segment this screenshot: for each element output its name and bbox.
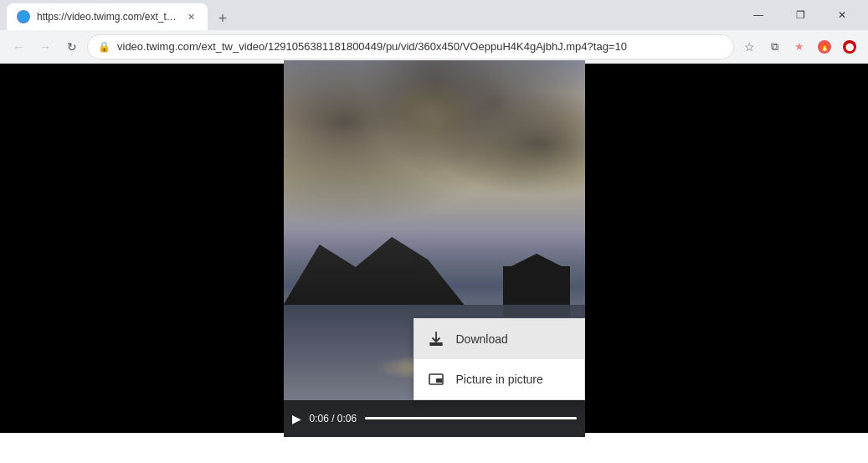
close-button[interactable]: ✕ bbox=[823, 0, 861, 30]
download-label: Download bbox=[456, 332, 508, 346]
lock-icon: 🔒 bbox=[98, 41, 110, 53]
page-content: ▶ 0:06 / 0:06 Download bbox=[0, 64, 868, 433]
active-tab[interactable]: 🌐 https://video.twimg.com/ext_tw... ✕ bbox=[7, 3, 208, 30]
new-tab-button[interactable]: + bbox=[211, 7, 234, 30]
tab-title: https://video.twimg.com/ext_tw... bbox=[37, 11, 177, 23]
context-menu-pip[interactable]: Picture in picture bbox=[414, 359, 584, 399]
tab-favicon: 🌐 bbox=[17, 10, 30, 23]
time-display: 0:06 / 0:06 bbox=[310, 413, 357, 424]
address-bar[interactable]: 🔒 video.twimg.com/ext_tw_video/129105638… bbox=[87, 34, 734, 59]
context-menu-download[interactable]: Download bbox=[414, 319, 584, 359]
nav-actions: ☆ ⧉ ★ 🔥 ⬤ bbox=[737, 35, 861, 59]
pip-label: Picture in picture bbox=[456, 373, 543, 386]
video-controls: ▶ 0:06 / 0:06 bbox=[284, 400, 585, 437]
download-icon bbox=[428, 331, 444, 347]
clouds bbox=[284, 60, 585, 268]
extensions-icon: ⧉ bbox=[771, 40, 778, 54]
maximize-button[interactable]: ❐ bbox=[781, 0, 819, 30]
forward-button[interactable]: → bbox=[33, 35, 57, 59]
title-bar: 🌐 https://video.twimg.com/ext_tw... ✕ + … bbox=[0, 0, 868, 30]
navigation-bar: ← → ↻ 🔒 video.twimg.com/ext_tw_video/129… bbox=[0, 30, 868, 64]
window-controls: — ❐ ✕ bbox=[739, 0, 861, 30]
extension-fire-button[interactable]: 🔥 bbox=[813, 35, 836, 59]
extension-1-icon: ★ bbox=[794, 40, 804, 53]
play-button[interactable]: ▶ bbox=[292, 412, 301, 425]
refresh-button[interactable]: ↻ bbox=[60, 35, 84, 59]
url-text: video.twimg.com/ext_tw_video/12910563811… bbox=[117, 40, 723, 53]
svg-rect-1 bbox=[436, 378, 442, 383]
extension-red-button[interactable]: ⬤ bbox=[838, 35, 861, 59]
extension-1-button[interactable]: ★ bbox=[788, 35, 811, 59]
extension-red-icon: ⬤ bbox=[843, 40, 856, 54]
context-menu: Download Picture in picture bbox=[413, 318, 585, 400]
progress-bar[interactable] bbox=[365, 417, 576, 419]
pip-icon bbox=[428, 371, 444, 388]
tab-close-button[interactable]: ✕ bbox=[184, 10, 198, 23]
back-button[interactable]: ← bbox=[7, 35, 30, 59]
extensions-button[interactable]: ⧉ bbox=[763, 35, 786, 59]
extension-fire-icon: 🔥 bbox=[818, 40, 831, 54]
bookmark-button[interactable]: ☆ bbox=[737, 35, 761, 59]
progress-fill bbox=[365, 417, 576, 419]
video-player[interactable]: ▶ 0:06 / 0:06 Download bbox=[284, 60, 585, 437]
minimize-button[interactable]: — bbox=[739, 0, 778, 30]
